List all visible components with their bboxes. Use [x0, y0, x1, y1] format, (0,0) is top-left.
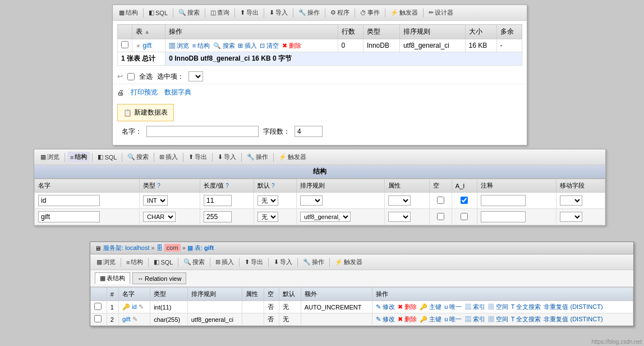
tab-relation-view[interactable]: ↔ Relation view: [132, 272, 186, 284]
field-name-input-gift[interactable]: [38, 211, 100, 222]
p3-edit-icon-gift[interactable]: ✎: [132, 316, 137, 322]
p3-op-edit-id[interactable]: ✎ 修改: [376, 303, 395, 310]
op-delete[interactable]: ✖ 删除: [282, 42, 301, 49]
new-table-fields-input[interactable]: [295, 126, 323, 137]
fields-label: 字段数：: [263, 127, 290, 136]
btn-program[interactable]: ⚙ 程序: [328, 7, 352, 18]
p3-op-fulltext-id[interactable]: T 全文搜索: [511, 303, 541, 310]
field-default-select-gift[interactable]: 无: [257, 212, 278, 222]
p3-op-del-gift[interactable]: ✖ 删除: [398, 316, 417, 322]
field-comment-input-id[interactable]: [481, 195, 526, 206]
default-help-icon[interactable]: ?: [272, 183, 275, 189]
p3-edit-icon-id[interactable]: ✎: [139, 303, 144, 310]
btn-sql[interactable]: ◧ SQL: [146, 8, 171, 17]
row-check-input[interactable]: [121, 41, 128, 48]
p3-btn-search[interactable]: 🔍 搜索: [181, 257, 208, 267]
btn-export[interactable]: ⬆ 导出: [237, 7, 261, 18]
p2-btn-export[interactable]: ⬆ 导出: [186, 152, 210, 162]
tab-table-struct[interactable]: ▦ 表结构: [95, 272, 130, 284]
op-browse[interactable]: ▦ 浏览: [169, 42, 189, 49]
field-name-input-id[interactable]: [38, 195, 100, 206]
row-star-icon[interactable]: ★: [136, 43, 141, 49]
p2-btn-sql[interactable]: ◧ SQL: [95, 152, 119, 162]
field-move-select-gift[interactable]: [560, 212, 582, 222]
new-table-name-input[interactable]: [146, 126, 259, 137]
p3-row-id-name: 🔑 id ✎: [118, 301, 150, 313]
field-type-select-id[interactable]: INT: [143, 195, 168, 206]
p3-btn-export[interactable]: ⬆ 导出: [242, 257, 266, 267]
op-insert[interactable]: ⊞ 插入: [238, 42, 257, 49]
field-length-input-id[interactable]: [204, 195, 232, 206]
btn-operate[interactable]: 🔧 操作: [296, 7, 323, 18]
p3-op-distinct-gift[interactable]: 非重复值 (DISTINCT): [544, 316, 602, 322]
field-comment-input-gift[interactable]: [481, 211, 526, 222]
p3-op-pk-id[interactable]: 🔑 主键: [420, 303, 441, 310]
p3-row-id-attrs: [242, 301, 264, 313]
p2-btn-operate[interactable]: 🔧 操作: [244, 152, 271, 162]
field-null-check-id[interactable]: [437, 197, 444, 204]
p2-btn-search[interactable]: 🔍 搜索: [125, 152, 151, 162]
field-ai-check-id[interactable]: [461, 197, 468, 204]
field-attrs-select-id[interactable]: [388, 195, 411, 206]
btn-trigger[interactable]: ⚡ 触发器: [388, 7, 421, 18]
select-action[interactable]: [188, 71, 203, 81]
dict-link[interactable]: 数据字典: [164, 88, 191, 97]
p3-op-edit-gift[interactable]: ✎ 修改: [376, 316, 395, 322]
p3-btn-sql[interactable]: ◧ SQL: [151, 257, 176, 267]
field-default-select-id[interactable]: 无: [257, 195, 278, 206]
p3-row-gift-extra: [301, 313, 372, 326]
p3-name-link-gift[interactable]: gift: [122, 316, 131, 322]
p2-btn-struct[interactable]: ≡ 结构: [67, 152, 90, 162]
p3-op-unique-gift[interactable]: u 唯一: [444, 316, 462, 322]
op-search[interactable]: 🔍 搜索: [213, 42, 235, 49]
p3-op-index-id[interactable]: ▤ 索引: [465, 303, 485, 310]
p3-btn-import[interactable]: ⬇ 导入: [271, 257, 295, 267]
p3-check-id[interactable]: [94, 303, 102, 310]
p3-name-link-id[interactable]: id: [132, 303, 137, 310]
p3-op-distinct-id[interactable]: 非重复值 (DISTINCT): [544, 303, 602, 310]
field-move-select-id[interactable]: [560, 195, 582, 206]
table-struct-icon: ▦: [100, 275, 105, 282]
name-label: 名字：: [122, 127, 142, 136]
p3-btn-trigger[interactable]: ⚡ 触发器: [332, 257, 365, 267]
op-clear[interactable]: ⊡ 清空: [260, 42, 279, 49]
select-label: 选中项：: [157, 72, 184, 81]
p3-btn-insert[interactable]: ⊞ 插入: [213, 257, 237, 267]
p3-op-fulltext-gift[interactable]: T 全文搜索: [511, 316, 541, 322]
row-name-link[interactable]: gift: [142, 42, 151, 49]
p3-btn-struct[interactable]: ≡ 结构: [123, 257, 146, 267]
p2-btn-browse[interactable]: ▦ 浏览: [38, 152, 62, 162]
p3-op-spatial-id[interactable]: ▥ 空间: [488, 303, 508, 310]
p3-col-null: 空: [264, 288, 279, 301]
p3-op-pk-gift[interactable]: 🔑 主键: [420, 316, 441, 322]
btn-designer[interactable]: ✏ 设计器: [426, 7, 456, 18]
p3-btn-browse[interactable]: ▦ 浏览: [94, 257, 118, 267]
p3-op-spatial-gift[interactable]: ▥ 空间: [488, 316, 508, 322]
field-attrs-select-gift[interactable]: [388, 212, 411, 222]
btn-search[interactable]: 🔍 搜索: [176, 7, 203, 18]
field-length-input-gift[interactable]: [204, 211, 232, 222]
check-all-input[interactable]: [127, 73, 135, 80]
p3-op-unique-id[interactable]: u 唯一: [444, 303, 462, 310]
p3-check-gift[interactable]: [94, 315, 102, 322]
p2-btn-trigger[interactable]: ⚡ 触发器: [276, 152, 309, 162]
p3-op-index-gift[interactable]: ▤ 索引: [465, 316, 485, 322]
p2-btn-import[interactable]: ⬇ 导入: [215, 152, 239, 162]
field-type-select-gift[interactable]: CHAR: [143, 212, 176, 222]
field-ai-check-gift[interactable]: [461, 213, 468, 220]
panel3-sub-tabs: ▦ 表结构 ↔ Relation view: [90, 270, 633, 287]
p3-btn-operate[interactable]: 🔧 操作: [300, 257, 327, 267]
field-collation-select-id[interactable]: [300, 195, 323, 206]
btn-struct[interactable]: ▦ 结构: [116, 7, 141, 18]
length-help-icon[interactable]: ?: [226, 183, 229, 189]
op-struct[interactable]: ≡ 结构: [192, 42, 210, 49]
btn-import[interactable]: ⬇ 导入: [266, 7, 291, 18]
type-help-icon[interactable]: ?: [157, 183, 160, 189]
field-collation-select-gift[interactable]: utf8_general_ci: [300, 212, 351, 222]
p3-op-del-id[interactable]: ✖ 删除: [398, 303, 417, 310]
btn-event[interactable]: ⏱ 事件: [357, 7, 383, 18]
field-null-check-gift[interactable]: [437, 213, 444, 220]
btn-query[interactable]: ◫ 查询: [208, 7, 232, 18]
p2-btn-insert[interactable]: ⊞ 插入: [157, 152, 181, 162]
print-link[interactable]: 打印预览: [131, 88, 158, 97]
